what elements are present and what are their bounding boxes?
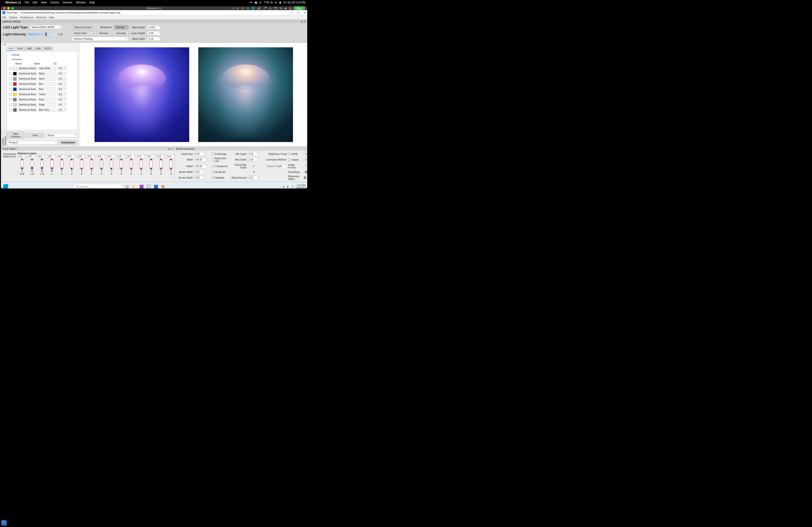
win-menu-file[interactable]: File (2, 16, 6, 19)
cs-close-icon[interactable]: ✕ (171, 148, 173, 150)
mac-menu-devices[interactable]: Devices (63, 1, 72, 4)
layer-td-input[interactable]: 2.0 (18, 155, 26, 158)
luminance-method-dropdown[interactable]: Combo (304, 158, 307, 162)
tab-pla[interactable]: PLA (7, 46, 15, 51)
detail-size-input[interactable]: 0.20 (194, 152, 205, 156)
app1-icon[interactable]: 🟪 (139, 184, 144, 189)
layer-slider[interactable] (50, 159, 54, 169)
layer-td-input[interactable]: 6.0 (48, 155, 56, 158)
buy-button[interactable]: Buy (294, 6, 305, 10)
filament-row[interactable]: BambuLab Basic Blue Gray 3.0 (8, 107, 76, 112)
mac-status-tray-icon[interactable]: ⧉ (275, 1, 277, 4)
filament-checkbox[interactable] (9, 83, 12, 85)
filament-td[interactable]: 2.0 (58, 97, 66, 102)
filament-checkbox[interactable] (9, 67, 12, 70)
preview-rendered[interactable] (95, 47, 189, 142)
describe-button[interactable]: Describe (114, 31, 129, 35)
filament-checkbox[interactable] (9, 98, 12, 101)
filament-name[interactable]: Red (38, 82, 56, 86)
filament-brand[interactable]: BambuLab Basic (18, 97, 37, 102)
mac-clock[interactable]: Fri Jul 28 4:13 PM (284, 1, 305, 4)
project-dropdown[interactable]: *Project* (7, 140, 57, 145)
layer-slider[interactable] (30, 159, 34, 169)
transparent-checkbox[interactable]: ✓Transparent (212, 165, 228, 167)
win-menu-options[interactable]: Options (9, 16, 18, 19)
win-menu-help[interactable]: Help (49, 16, 54, 19)
filament-list[interactable]: - Owned - Unowned BrandNameTD BambuLab B… (7, 51, 77, 130)
vm-apps-icon[interactable]: ⊞ (237, 6, 239, 10)
normal-button[interactable]: Normal (114, 25, 129, 30)
layer-td-input[interactable]: 5.0 (88, 155, 96, 158)
reload-shaders-button[interactable]: Reload Shaders (72, 25, 95, 30)
filament-brand[interactable]: BambuLab Basic (18, 92, 37, 96)
tray-battery-icon[interactable]: 🔋 (291, 185, 294, 188)
panel-close-icon[interactable]: ✕ (304, 20, 306, 23)
mac-menu-edit[interactable]: Edit (33, 1, 38, 4)
legacy-checkbox[interactable]: ✓Legacy (288, 158, 303, 161)
layer-slider[interactable] (130, 159, 133, 169)
layer-td-input[interactable]: 5.0 (127, 155, 135, 158)
layer-slider[interactable] (110, 159, 113, 169)
vm-disk-icon[interactable]: ◎ (247, 6, 249, 10)
filament-checkbox[interactable] (9, 109, 12, 111)
filament-td[interactable]: 4.0 (58, 66, 66, 70)
explorer-icon[interactable]: 📁 (131, 184, 137, 189)
vm-usb-icon[interactable]: 🖯 (241, 6, 244, 10)
layer-td-input[interactable]: 5.0 (147, 155, 155, 158)
led-type-dropdown[interactable]: Natural White 4000K (30, 25, 61, 29)
mac-app-name[interactable]: Windows 11 (5, 1, 21, 4)
filament-checkbox[interactable] (9, 72, 12, 75)
layer-slider[interactable] (80, 159, 83, 169)
filament-brand[interactable]: BambuLab Basic (18, 66, 37, 70)
layer-slider[interactable] (140, 159, 143, 169)
layer-slider[interactable] (20, 159, 24, 169)
win-maximize-button[interactable]: ▢ (297, 11, 300, 14)
tray-volume-icon[interactable]: 🔊 (287, 185, 289, 188)
win-menu-windows[interactable]: Windows (36, 16, 46, 19)
save-button[interactable]: Save (26, 133, 44, 137)
height-input[interactable]: 150.00 (194, 164, 207, 168)
filament-brand[interactable]: BambuLab Basic (18, 77, 37, 81)
tab-asa[interactable]: ASA (34, 46, 43, 51)
filament-td[interactable]: 6.0 (58, 92, 66, 96)
filament-td[interactable]: 4.0 (58, 87, 66, 91)
negative-checkbox[interactable]: ✓Negative (212, 176, 228, 179)
filament-td[interactable]: 0.5 (58, 77, 66, 81)
layer-td-input[interactable]: 5.0 (167, 155, 175, 158)
unowned-node[interactable]: - Unowned (8, 57, 76, 62)
teams-icon[interactable]: 💬 (146, 184, 151, 189)
layer-slider[interactable] (149, 159, 153, 169)
wireframe-checkbox[interactable]: Wireframe (97, 26, 112, 29)
filament-name[interactable]: Gray (38, 97, 56, 102)
filament-td[interactable]: 3.0 (58, 108, 66, 112)
filament-brand[interactable]: BambuLab Basic (18, 82, 37, 86)
smoothing-slider[interactable] (304, 171, 307, 173)
mac-status-sync-icon[interactable]: ⟳ (259, 1, 262, 4)
layer-td-input[interactable]: 5.0 (68, 155, 76, 158)
layer-slider[interactable] (100, 159, 103, 169)
hueforge-icon[interactable]: 🎨 (160, 184, 166, 189)
layer-td-input[interactable]: 5.0 (77, 155, 86, 158)
filament-brand[interactable]: BambuLab Basic (18, 87, 37, 91)
filament-brand[interactable]: BambuLab Basic (18, 103, 37, 107)
mac-menu-help[interactable]: Help (89, 1, 95, 4)
minimize-button[interactable] (7, 7, 10, 10)
no-border-checkbox[interactable]: ✓No Border (212, 171, 228, 174)
filament-name[interactable]: Black (38, 72, 56, 76)
filament-td[interactable]: 8.0 (58, 103, 66, 107)
vm-printer-icon[interactable]: 🖨 (269, 6, 272, 10)
owned-node[interactable]: - Owned (8, 52, 76, 57)
start-button[interactable] (3, 184, 9, 189)
vm-back-icon[interactable]: ◀ (284, 6, 287, 10)
vm-mic-icon[interactable]: 🎤 (263, 6, 266, 10)
edge-icon[interactable]: 🟦 (153, 184, 159, 189)
vm-settings-icon[interactable]: ⚙ (289, 6, 291, 10)
layer-td-input[interactable]: 5.0 (58, 155, 66, 158)
remesh-button[interactable]: Remesh (97, 31, 112, 35)
filament-row[interactable]: BambuLab Basic Jade White 4.0 (8, 66, 76, 71)
close-button[interactable] (3, 7, 6, 10)
filament-panel-close-icon[interactable]: ✕ (4, 43, 6, 46)
mac-battery[interactable]: 77% ◔ (264, 1, 273, 4)
layer-td-input[interactable]: 5.0 (137, 155, 145, 158)
new-filament-button[interactable]: New Filament (7, 132, 25, 139)
